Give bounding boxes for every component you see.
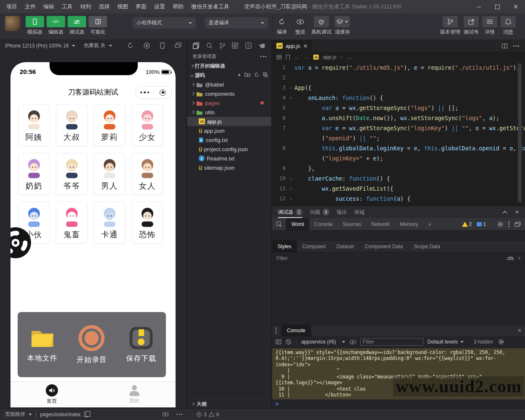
menu-item-7[interactable]: 界面	[132, 3, 150, 10]
problems-indicator[interactable]: ✕ 3 6	[197, 412, 219, 417]
voice-card-6[interactable]: 男人	[94, 153, 125, 195]
console-filter-input[interactable]: Filter	[360, 338, 423, 346]
console-eye-icon[interactable]	[349, 340, 356, 344]
rotate-icon[interactable]	[127, 42, 134, 49]
warning-count[interactable]: 2	[462, 221, 472, 227]
music-disc-icon[interactable]	[10, 227, 32, 259]
menu-item-6[interactable]: 视图	[113, 3, 132, 10]
devtools-tab-sources[interactable]: Sources	[338, 218, 366, 230]
tree-item--babel[interactable]: @babel	[187, 80, 271, 89]
explorer-more-icon[interactable]	[260, 56, 266, 57]
voice-card-10[interactable]: 卡通	[94, 202, 125, 244]
close-panel-icon[interactable]: ✕	[515, 209, 519, 215]
context-select[interactable]: appservice (#5)	[301, 339, 345, 345]
devtools-tab-memory[interactable]: Memory	[395, 218, 423, 230]
collapse-panel-icon[interactable]	[502, 210, 507, 214]
tree-item-project-config-json[interactable]: {.}project.config.json	[187, 144, 271, 154]
breadcrumb-more[interactable]: …	[346, 54, 352, 60]
preview-button[interactable]: 预览	[293, 16, 308, 36]
phone-frame-icon[interactable]	[160, 42, 165, 49]
styles-tab-scope-data[interactable]: Scope Data	[408, 241, 446, 252]
devtools-tab-network[interactable]: Network	[366, 218, 395, 230]
source-section[interactable]: 源码 +	[187, 71, 271, 80]
statusbar-eye-icon[interactable]	[162, 412, 169, 417]
bookmark-icon[interactable]	[286, 55, 290, 60]
fold-icon[interactable]: ˅	[287, 83, 294, 93]
git-activity-icon[interactable]	[220, 42, 225, 49]
statusbar-more-icon[interactable]	[176, 412, 182, 417]
multi-window-icon[interactable]	[175, 42, 181, 49]
editor-scrollbar[interactable]	[518, 63, 522, 202]
flag-count[interactable]: 1	[477, 221, 486, 227]
fold-icon[interactable]: ˅	[287, 93, 294, 103]
new-file-icon[interactable]: +	[238, 72, 241, 78]
messages-button[interactable]: 消息	[501, 16, 516, 36]
tree-item-config-txt[interactable]: config.txt	[187, 135, 271, 144]
debug-tab-3[interactable]: 终端	[354, 206, 365, 218]
breadcrumb-file[interactable]: app.js	[323, 54, 336, 60]
code-editor[interactable]: 1var a = require("./utils/md5.js"), e = …	[272, 63, 525, 206]
minimize-button[interactable]: ─	[470, 0, 488, 13]
files-activity-icon[interactable]	[193, 42, 199, 49]
close-button[interactable]: ✕	[507, 0, 525, 13]
menu-item-8[interactable]: 设置	[150, 3, 169, 10]
voice-card-9[interactable]: 鬼畜	[56, 202, 87, 244]
page-path-label[interactable]: 页面路径	[5, 411, 25, 418]
menu-item-4[interactable]: 转到	[76, 3, 95, 10]
console-settings-icon[interactable]	[498, 339, 504, 345]
voice-card-4[interactable]: 奶奶	[18, 153, 50, 195]
voice-card-0[interactable]: 阿姨	[18, 104, 50, 146]
page-path-value[interactable]: pages/index/index	[40, 412, 81, 417]
debug-tab-1[interactable]: 问题9	[310, 206, 329, 218]
open-editors-section[interactable]: 打开的编辑器	[187, 61, 271, 71]
version-manage-button[interactable]: 版本管理	[440, 16, 460, 36]
menu-item-2[interactable]: 编辑	[39, 3, 58, 10]
menu-item-5[interactable]: 选择	[95, 3, 113, 10]
editor-more-icon[interactable]	[513, 45, 519, 47]
voice-card-3[interactable]: 少女	[131, 104, 163, 146]
outline-section[interactable]: 大纲	[187, 399, 271, 408]
tree-item-app-json[interactable]: {.}app.json	[187, 126, 271, 135]
console-drawer-tab[interactable]: Console	[281, 325, 311, 336]
inspect-icon[interactable]	[272, 218, 286, 230]
fold-icon[interactable]: ˅	[287, 184, 294, 194]
teapot-activity-icon[interactable]	[259, 43, 266, 48]
tab-appjs[interactable]: JS app.js ✕	[272, 40, 312, 52]
collapse-all-icon[interactable]	[263, 72, 268, 78]
voice-card-5[interactable]: 爷爷	[56, 153, 87, 195]
fold-icon[interactable]: ˅	[287, 194, 294, 204]
tree-item-pages[interactable]: pages	[187, 98, 271, 108]
search-activity-icon[interactable]	[206, 42, 213, 49]
maximize-button[interactable]	[488, 0, 507, 13]
s5-activity-icon[interactable]: 5	[245, 42, 252, 49]
levels-select[interactable]: Default levels	[428, 339, 464, 345]
visualizer-button[interactable]: 可视化	[89, 16, 107, 36]
record-screen-icon[interactable]	[144, 42, 150, 49]
add-style-icon[interactable]: +	[518, 255, 521, 261]
refresh-tree-icon[interactable]	[254, 72, 259, 78]
editor-button[interactable]: </> 编辑器	[47, 16, 65, 36]
cls-button[interactable]: .cls	[506, 255, 514, 261]
styles-tab-component-data[interactable]: Component Data	[359, 241, 408, 252]
console-output[interactable]: {{item.way}}" style="{{onchangedway==idx…	[272, 348, 525, 409]
copy-path-icon[interactable]	[84, 412, 88, 417]
tree-item-app-js[interactable]: JSapp.js	[187, 117, 271, 126]
close-tab-icon[interactable]: ✕	[303, 43, 308, 49]
styles-tab-dataset[interactable]: Dataset	[331, 241, 359, 252]
action-start-record[interactable]: 开始录音	[76, 325, 107, 365]
user-avatar[interactable]	[5, 16, 20, 31]
more-menu-button[interactable]	[136, 92, 154, 94]
dock-icon[interactable]	[514, 222, 521, 227]
hot-reload-toggle[interactable]: 热重载 关	[84, 42, 105, 49]
voice-card-1[interactable]: 大叔	[56, 104, 87, 146]
tree-item-components[interactable]: components	[187, 89, 271, 98]
compile-select[interactable]: 普通编译	[205, 17, 268, 29]
close-drawer-icon[interactable]: ✕	[517, 328, 522, 333]
debug-tab-2[interactable]: 输出	[337, 206, 347, 218]
more-tabs[interactable]: »	[423, 218, 436, 230]
console-sidebar-icon[interactable]	[276, 339, 281, 344]
menu-item-9[interactable]: 帮助	[169, 3, 187, 10]
voice-card-2[interactable]: 萝莉	[94, 104, 125, 146]
simulator-button[interactable]: 模拟器	[26, 16, 44, 36]
tree-item-utils[interactable]: utils	[187, 108, 271, 117]
